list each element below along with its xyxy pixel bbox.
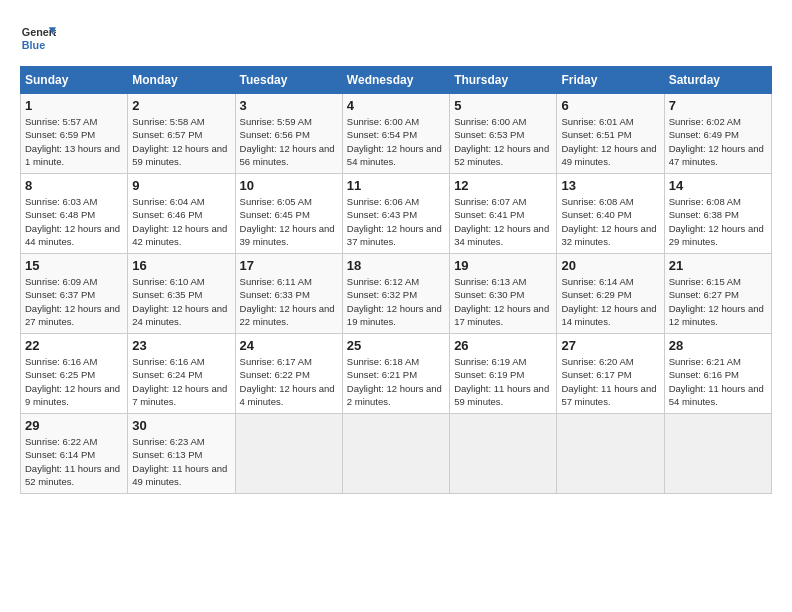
calendar-cell: 24Sunrise: 6:17 AM Sunset: 6:22 PM Dayli… [235, 334, 342, 414]
day-info: Sunrise: 6:19 AM Sunset: 6:19 PM Dayligh… [454, 355, 552, 408]
day-number: 20 [561, 258, 659, 273]
day-number: 29 [25, 418, 123, 433]
day-info: Sunrise: 5:57 AM Sunset: 6:59 PM Dayligh… [25, 115, 123, 168]
calendar-cell: 15Sunrise: 6:09 AM Sunset: 6:37 PM Dayli… [21, 254, 128, 334]
logo: General Blue [20, 20, 56, 56]
calendar-cell: 26Sunrise: 6:19 AM Sunset: 6:19 PM Dayli… [450, 334, 557, 414]
day-number: 10 [240, 178, 338, 193]
day-info: Sunrise: 6:11 AM Sunset: 6:33 PM Dayligh… [240, 275, 338, 328]
calendar-cell: 4Sunrise: 6:00 AM Sunset: 6:54 PM Daylig… [342, 94, 449, 174]
calendar-cell [450, 414, 557, 494]
day-number: 22 [25, 338, 123, 353]
day-info: Sunrise: 6:17 AM Sunset: 6:22 PM Dayligh… [240, 355, 338, 408]
calendar-cell: 14Sunrise: 6:08 AM Sunset: 6:38 PM Dayli… [664, 174, 771, 254]
day-info: Sunrise: 6:07 AM Sunset: 6:41 PM Dayligh… [454, 195, 552, 248]
day-info: Sunrise: 6:01 AM Sunset: 6:51 PM Dayligh… [561, 115, 659, 168]
calendar-cell: 30Sunrise: 6:23 AM Sunset: 6:13 PM Dayli… [128, 414, 235, 494]
calendar-cell: 19Sunrise: 6:13 AM Sunset: 6:30 PM Dayli… [450, 254, 557, 334]
calendar-cell: 28Sunrise: 6:21 AM Sunset: 6:16 PM Dayli… [664, 334, 771, 414]
day-info: Sunrise: 6:15 AM Sunset: 6:27 PM Dayligh… [669, 275, 767, 328]
day-number: 4 [347, 98, 445, 113]
calendar-cell: 23Sunrise: 6:16 AM Sunset: 6:24 PM Dayli… [128, 334, 235, 414]
calendar-table: SundayMondayTuesdayWednesdayThursdayFrid… [20, 66, 772, 494]
calendar-cell: 2Sunrise: 5:58 AM Sunset: 6:57 PM Daylig… [128, 94, 235, 174]
day-info: Sunrise: 6:05 AM Sunset: 6:45 PM Dayligh… [240, 195, 338, 248]
calendar-cell: 6Sunrise: 6:01 AM Sunset: 6:51 PM Daylig… [557, 94, 664, 174]
day-info: Sunrise: 6:08 AM Sunset: 6:38 PM Dayligh… [669, 195, 767, 248]
day-info: Sunrise: 5:59 AM Sunset: 6:56 PM Dayligh… [240, 115, 338, 168]
weekday-header-wednesday: Wednesday [342, 67, 449, 94]
day-number: 25 [347, 338, 445, 353]
day-number: 19 [454, 258, 552, 273]
day-number: 11 [347, 178, 445, 193]
weekday-header-monday: Monday [128, 67, 235, 94]
weekday-header-thursday: Thursday [450, 67, 557, 94]
day-number: 18 [347, 258, 445, 273]
calendar-cell [235, 414, 342, 494]
day-number: 21 [669, 258, 767, 273]
day-info: Sunrise: 6:13 AM Sunset: 6:30 PM Dayligh… [454, 275, 552, 328]
calendar-cell [664, 414, 771, 494]
day-info: Sunrise: 6:12 AM Sunset: 6:32 PM Dayligh… [347, 275, 445, 328]
calendar-cell: 8Sunrise: 6:03 AM Sunset: 6:48 PM Daylig… [21, 174, 128, 254]
calendar-cell: 18Sunrise: 6:12 AM Sunset: 6:32 PM Dayli… [342, 254, 449, 334]
calendar-cell: 16Sunrise: 6:10 AM Sunset: 6:35 PM Dayli… [128, 254, 235, 334]
calendar-cell: 29Sunrise: 6:22 AM Sunset: 6:14 PM Dayli… [21, 414, 128, 494]
day-number: 28 [669, 338, 767, 353]
day-number: 9 [132, 178, 230, 193]
day-info: Sunrise: 6:18 AM Sunset: 6:21 PM Dayligh… [347, 355, 445, 408]
calendar-week-row: 1Sunrise: 5:57 AM Sunset: 6:59 PM Daylig… [21, 94, 772, 174]
calendar-cell: 27Sunrise: 6:20 AM Sunset: 6:17 PM Dayli… [557, 334, 664, 414]
day-info: Sunrise: 6:09 AM Sunset: 6:37 PM Dayligh… [25, 275, 123, 328]
day-info: Sunrise: 6:02 AM Sunset: 6:49 PM Dayligh… [669, 115, 767, 168]
weekday-header-friday: Friday [557, 67, 664, 94]
day-info: Sunrise: 6:23 AM Sunset: 6:13 PM Dayligh… [132, 435, 230, 488]
day-info: Sunrise: 6:16 AM Sunset: 6:25 PM Dayligh… [25, 355, 123, 408]
logo-icon: General Blue [20, 20, 56, 56]
day-number: 23 [132, 338, 230, 353]
day-number: 24 [240, 338, 338, 353]
day-number: 13 [561, 178, 659, 193]
day-number: 7 [669, 98, 767, 113]
calendar-week-row: 29Sunrise: 6:22 AM Sunset: 6:14 PM Dayli… [21, 414, 772, 494]
day-info: Sunrise: 6:14 AM Sunset: 6:29 PM Dayligh… [561, 275, 659, 328]
day-number: 16 [132, 258, 230, 273]
calendar-cell [557, 414, 664, 494]
weekday-header-row: SundayMondayTuesdayWednesdayThursdayFrid… [21, 67, 772, 94]
day-number: 15 [25, 258, 123, 273]
calendar-cell: 1Sunrise: 5:57 AM Sunset: 6:59 PM Daylig… [21, 94, 128, 174]
day-number: 8 [25, 178, 123, 193]
calendar-cell: 7Sunrise: 6:02 AM Sunset: 6:49 PM Daylig… [664, 94, 771, 174]
weekday-header-sunday: Sunday [21, 67, 128, 94]
svg-text:Blue: Blue [22, 39, 45, 51]
day-info: Sunrise: 6:21 AM Sunset: 6:16 PM Dayligh… [669, 355, 767, 408]
page-header: General Blue [20, 20, 772, 56]
day-number: 1 [25, 98, 123, 113]
day-info: Sunrise: 6:16 AM Sunset: 6:24 PM Dayligh… [132, 355, 230, 408]
day-number: 26 [454, 338, 552, 353]
day-info: Sunrise: 6:04 AM Sunset: 6:46 PM Dayligh… [132, 195, 230, 248]
calendar-cell: 25Sunrise: 6:18 AM Sunset: 6:21 PM Dayli… [342, 334, 449, 414]
calendar-cell [342, 414, 449, 494]
calendar-cell: 22Sunrise: 6:16 AM Sunset: 6:25 PM Dayli… [21, 334, 128, 414]
day-number: 3 [240, 98, 338, 113]
calendar-week-row: 22Sunrise: 6:16 AM Sunset: 6:25 PM Dayli… [21, 334, 772, 414]
day-number: 6 [561, 98, 659, 113]
day-info: Sunrise: 6:00 AM Sunset: 6:54 PM Dayligh… [347, 115, 445, 168]
calendar-cell: 10Sunrise: 6:05 AM Sunset: 6:45 PM Dayli… [235, 174, 342, 254]
calendar-cell: 13Sunrise: 6:08 AM Sunset: 6:40 PM Dayli… [557, 174, 664, 254]
calendar-cell: 3Sunrise: 5:59 AM Sunset: 6:56 PM Daylig… [235, 94, 342, 174]
day-info: Sunrise: 6:00 AM Sunset: 6:53 PM Dayligh… [454, 115, 552, 168]
calendar-cell: 9Sunrise: 6:04 AM Sunset: 6:46 PM Daylig… [128, 174, 235, 254]
calendar-week-row: 8Sunrise: 6:03 AM Sunset: 6:48 PM Daylig… [21, 174, 772, 254]
day-info: Sunrise: 6:10 AM Sunset: 6:35 PM Dayligh… [132, 275, 230, 328]
calendar-cell: 11Sunrise: 6:06 AM Sunset: 6:43 PM Dayli… [342, 174, 449, 254]
day-info: Sunrise: 6:03 AM Sunset: 6:48 PM Dayligh… [25, 195, 123, 248]
day-number: 30 [132, 418, 230, 433]
day-number: 5 [454, 98, 552, 113]
day-info: Sunrise: 6:08 AM Sunset: 6:40 PM Dayligh… [561, 195, 659, 248]
calendar-cell: 12Sunrise: 6:07 AM Sunset: 6:41 PM Dayli… [450, 174, 557, 254]
calendar-week-row: 15Sunrise: 6:09 AM Sunset: 6:37 PM Dayli… [21, 254, 772, 334]
day-number: 12 [454, 178, 552, 193]
day-number: 14 [669, 178, 767, 193]
